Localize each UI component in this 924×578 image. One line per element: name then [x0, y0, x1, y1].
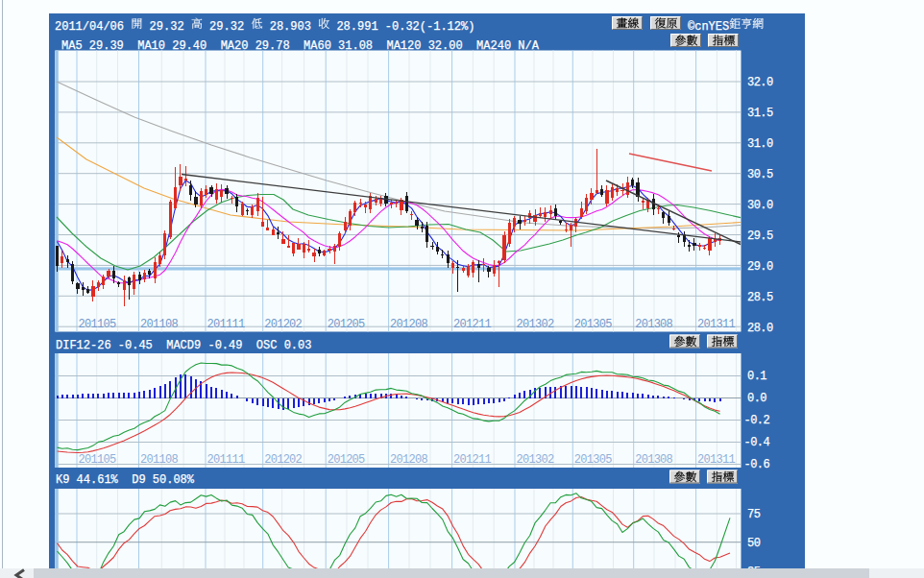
- svg-text:2011/04/06: 2011/04/06: [55, 20, 131, 34]
- svg-text:DIF12-26 -0.45 MACD9 -0.49 O: DIF12-26 -0.45 MACD9 -0.49 OSC 0.03: [56, 339, 311, 352]
- svg-text:MA5 29.39 MA10 29.40 MA20 29: MA5 29.39 MA10 29.40 MA20 29.78 MA60 31.…: [61, 39, 540, 53]
- svg-text:32.0: 32.0: [747, 76, 773, 89]
- svg-text:201302: 201302: [517, 453, 554, 467]
- svg-text:75: 75: [747, 508, 761, 521]
- svg-text:29.0: 29.0: [747, 260, 773, 274]
- svg-text:29.32: 29.32: [142, 20, 190, 34]
- svg-text:201202: 201202: [264, 318, 302, 331]
- svg-text:201308: 201308: [635, 318, 672, 331]
- svg-text:201211: 201211: [453, 453, 491, 467]
- svg-text:28.903: 28.903: [263, 20, 319, 34]
- svg-text:201208: 201208: [390, 318, 427, 331]
- svg-text:201305: 201305: [574, 453, 612, 467]
- svg-text:201305: 201305: [574, 318, 612, 331]
- svg-text:201211: 201211: [453, 318, 491, 331]
- svg-text:-0.4: -0.4: [744, 436, 770, 449]
- svg-text:201311: 201311: [697, 453, 735, 467]
- svg-text:201108: 201108: [140, 453, 178, 467]
- svg-text:201111: 201111: [207, 318, 245, 331]
- svg-text:28.0: 28.0: [747, 322, 773, 335]
- svg-text:201108: 201108: [140, 318, 178, 331]
- svg-text:0.1: 0.1: [747, 370, 766, 383]
- svg-text:K9 44.61% D9 50.08%: K9 44.61% D9 50.08%: [56, 473, 195, 487]
- svg-text:201205: 201205: [328, 318, 365, 331]
- svg-text:201205: 201205: [328, 453, 365, 467]
- svg-text:50: 50: [747, 537, 761, 550]
- svg-text:28.5: 28.5: [747, 291, 773, 304]
- svg-text:©cnYES: ©cnYES: [688, 20, 729, 34]
- svg-text:-0.6: -0.6: [744, 458, 770, 471]
- svg-text:201202: 201202: [264, 453, 302, 467]
- svg-text:201311: 201311: [697, 318, 735, 331]
- svg-text:0.0: 0.0: [747, 392, 766, 405]
- svg-text:29.32: 29.32: [203, 20, 251, 34]
- svg-text:30.5: 30.5: [747, 168, 773, 181]
- svg-text:28.991 -0.32(-1.12%): 28.991 -0.32(-1.12%): [329, 20, 474, 34]
- svg-text:201308: 201308: [635, 453, 672, 467]
- svg-text:30.0: 30.0: [747, 199, 773, 212]
- svg-text:201302: 201302: [517, 318, 554, 331]
- svg-text:201105: 201105: [79, 453, 116, 467]
- svg-text:31.0: 31.0: [747, 137, 773, 151]
- svg-text:31.5: 31.5: [747, 107, 773, 120]
- svg-text:29.5: 29.5: [747, 229, 773, 243]
- svg-text:201111: 201111: [207, 453, 245, 467]
- svg-text:201105: 201105: [79, 318, 116, 331]
- svg-text:-0.2: -0.2: [744, 414, 770, 427]
- svg-text:201208: 201208: [390, 453, 427, 467]
